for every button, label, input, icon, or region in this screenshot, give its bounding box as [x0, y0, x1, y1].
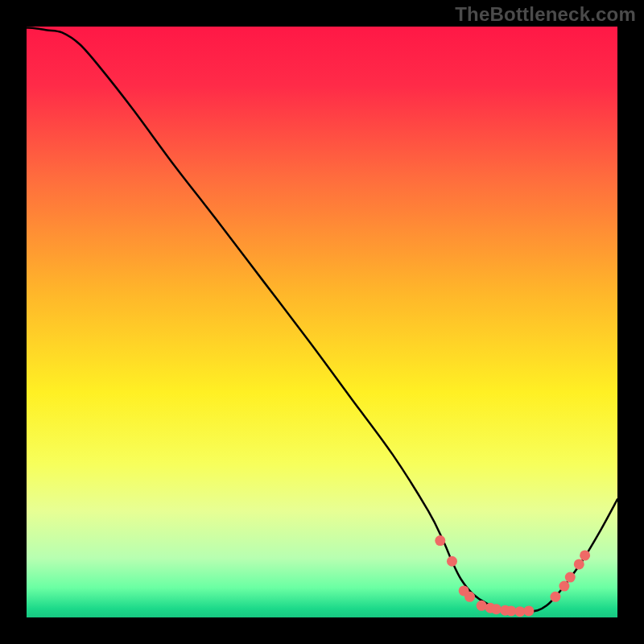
- bottleneck-chart: [0, 0, 644, 644]
- highlight-dot: [447, 556, 457, 567]
- highlight-dot: [559, 581, 569, 592]
- highlight-dot: [506, 605, 516, 616]
- highlight-dot: [477, 601, 487, 611]
- highlight-dot: [574, 559, 584, 569]
- highlight-dot: [523, 605, 534, 616]
- plot-background: [27, 27, 617, 617]
- highlight-dot: [464, 592, 475, 602]
- highlight-dot: [580, 550, 590, 560]
- highlight-dot: [491, 604, 502, 614]
- chart-frame: TheBottleneck.com: [0, 0, 644, 644]
- highlight-dot: [550, 592, 560, 602]
- highlight-dot: [565, 572, 576, 583]
- highlight-dot: [435, 535, 445, 546]
- highlight-dot: [514, 606, 525, 617]
